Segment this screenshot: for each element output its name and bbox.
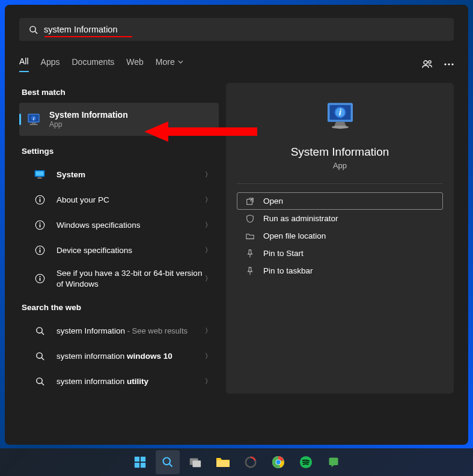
tab-more[interactable]: More [156,57,183,72]
settings-device-specs[interactable]: Device specifications 〉 [19,237,219,263]
settings-about-pc[interactable]: About your PC 〉 [19,187,219,212]
svg-point-25 [39,248,40,249]
svg-rect-23 [39,224,40,227]
action-run-admin[interactable]: Run as administrator [237,210,443,227]
svg-point-30 [36,327,41,332]
chevron-right-icon: 〉 [205,326,212,335]
svg-point-2 [424,61,427,64]
result-preview-panel: i System Information App Open Run as adm… [226,83,454,394]
tab-documents[interactable]: Documents [72,57,114,72]
svg-point-49 [163,458,170,465]
shield-icon [245,215,255,223]
svg-point-28 [39,276,40,277]
folder-icon [245,232,255,240]
svg-rect-47 [134,463,139,468]
open-icon [245,197,255,206]
svg-point-5 [448,63,450,65]
svg-rect-12 [30,124,38,125]
pin-icon [245,267,255,275]
svg-point-3 [429,61,431,63]
svg-line-44 [250,198,253,201]
taskbar-app-green[interactable] [322,450,346,474]
svg-rect-46 [140,457,145,462]
svg-point-32 [36,352,41,358]
search-box[interactable]: system Information [19,18,454,41]
svg-line-33 [41,358,44,360]
section-settings: Settings [22,147,219,156]
people-icon[interactable] [421,58,433,70]
svg-rect-60 [329,458,338,466]
chevron-right-icon: 〉 [205,195,212,204]
svg-line-31 [41,332,44,335]
preview-subtitle: App [237,161,443,170]
best-match-result[interactable]: i System Information App [19,103,219,136]
web-result-3[interactable]: system information utility 〉 [19,368,219,394]
settings-system[interactable]: System 〉 [19,162,219,187]
action-pin-start[interactable]: Pin to Start [237,245,443,262]
action-open-location[interactable]: Open file location [237,227,443,245]
svg-point-58 [276,460,280,464]
action-open[interactable]: Open [237,192,443,210]
svg-line-1 [35,31,37,34]
section-search-web: Search the web [22,303,219,312]
divider [237,183,443,184]
search-icon [29,25,38,34]
chevron-right-icon: 〉 [205,352,212,361]
tab-web[interactable]: Web [126,57,144,72]
svg-rect-16 [38,177,41,178]
best-match-title: System Information [49,110,213,120]
info-icon [32,272,47,286]
info-icon [32,192,47,207]
svg-point-6 [451,63,453,65]
pin-icon [245,249,255,258]
start-button[interactable] [128,450,152,474]
annotation-underline [44,36,132,37]
preview-title: System Information [237,145,443,159]
taskbar-app-loading[interactable] [239,450,263,474]
chevron-right-icon: 〉 [205,274,212,283]
svg-point-19 [39,197,40,198]
action-pin-taskbar[interactable]: Pin to taskbar [237,262,443,279]
svg-rect-48 [140,463,145,468]
svg-line-50 [169,464,172,467]
taskbar-chrome[interactable] [266,450,290,474]
svg-point-4 [444,63,446,65]
results-content: Best match i System Information App Sett… [19,83,454,394]
web-result-1[interactable]: system Information - See web results 〉 [19,318,219,343]
search-icon [32,323,47,338]
svg-rect-15 [35,171,43,176]
chevron-down-icon [178,60,183,64]
svg-rect-52 [192,460,201,467]
svg-rect-20 [39,199,40,202]
svg-rect-17 [37,178,42,178]
search-icon [32,349,47,363]
settings-32-64-bit[interactable]: See if you have a 32-bit or 64-bit versi… [19,263,219,294]
svg-rect-53 [216,460,230,467]
taskbar [0,448,473,476]
taskbar-task-view[interactable] [183,450,207,474]
sysinfo-icon: i [25,111,42,128]
preview-sysinfo-icon: i [237,100,443,133]
taskbar-search[interactable] [156,450,180,474]
tab-all[interactable]: All [19,56,29,72]
chevron-right-icon: 〉 [205,170,212,179]
web-result-2[interactable]: system information windows 10 〉 [19,343,219,368]
search-input-text: system Information [44,25,118,34]
svg-point-22 [39,222,40,224]
best-match-subtitle: App [49,120,213,129]
section-best-match: Best match [22,88,219,97]
svg-point-42 [332,126,349,129]
filter-tabs: All Apps Documents Web More [19,56,454,72]
settings-windows-specs[interactable]: Windows specifications 〉 [19,212,219,237]
more-options-icon[interactable] [444,63,454,66]
tab-apps[interactable]: Apps [41,57,60,72]
taskbar-file-explorer[interactable] [211,450,235,474]
svg-line-35 [41,383,44,385]
svg-point-0 [30,26,35,31]
results-list: Best match i System Information App Sett… [19,83,219,394]
taskbar-spotify[interactable] [294,450,318,474]
svg-point-34 [36,377,41,383]
svg-rect-45 [134,457,139,462]
info-icon [32,243,47,257]
svg-rect-26 [39,249,40,252]
